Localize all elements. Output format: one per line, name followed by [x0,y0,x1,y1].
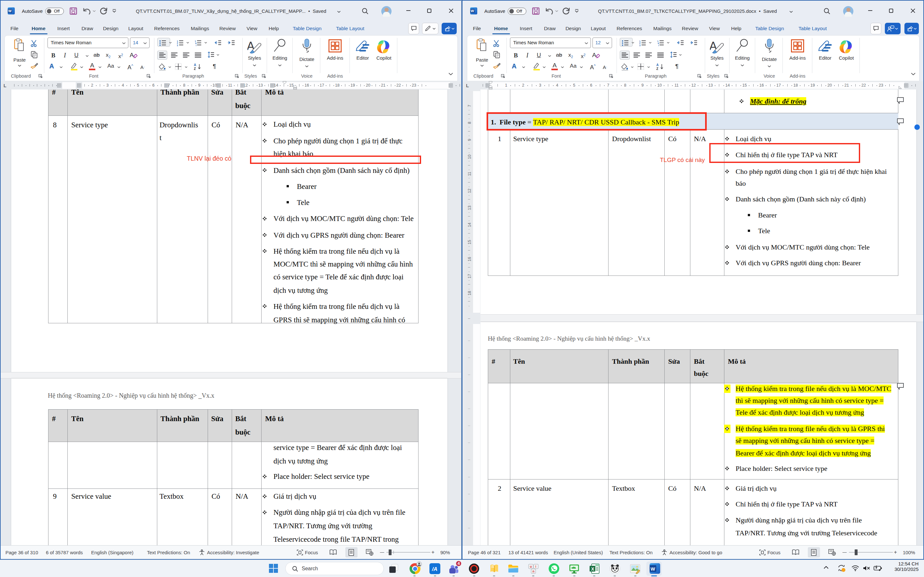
svg-text:16: 16 [467,257,472,261]
svg-text:9: 9 [467,139,472,141]
svg-text:A: A [130,52,134,58]
svg-text:W: W [651,566,655,572]
svg-text:X: X [591,566,594,572]
svg-text:15: 15 [467,240,472,244]
svg-text:12: 12 [467,189,472,193]
svg-text:W: W [8,9,12,13]
svg-text:3: 3 [177,44,178,47]
svg-text:W: W [471,9,474,13]
svg-text:11: 11 [467,172,472,176]
svg-text:n: n [533,570,535,573]
svg-text:7: 7 [467,105,472,107]
svg-text:10: 10 [467,155,472,159]
svg-text:3: 3 [639,44,641,47]
svg-text:i: i [658,44,659,47]
svg-text:A: A [592,52,596,58]
svg-text:8: 8 [467,122,472,124]
svg-text:/A: /A [432,566,438,572]
svg-text:17: 17 [467,274,472,279]
svg-text:13: 13 [467,206,472,210]
svg-text:i: i [535,565,536,568]
svg-text:i: i [196,44,196,47]
svg-text:14: 14 [467,222,472,227]
svg-text:18: 18 [467,291,472,295]
svg-text:u: u [530,565,532,568]
